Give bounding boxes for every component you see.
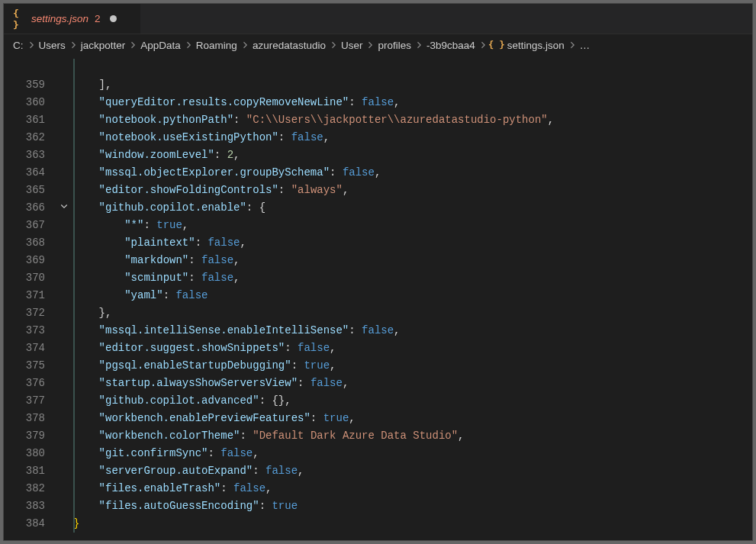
- code-line[interactable]: "scminput": false,: [73, 269, 752, 287]
- chevron-right-icon: [568, 40, 577, 50]
- line-number: 371: [4, 287, 50, 304]
- line-number: 380: [4, 445, 50, 462]
- code-line[interactable]: "files.enableTrash": false,: [73, 480, 752, 497]
- code-line[interactable]: "github.copilot.enable": {: [73, 199, 752, 217]
- code-line[interactable]: "workbench.enablePreviewFeatures": true,: [73, 410, 752, 427]
- line-number: 359: [4, 76, 50, 94]
- line-number: 365: [4, 182, 50, 199]
- line-number: 384: [4, 515, 50, 533]
- line-number: 370: [4, 269, 50, 287]
- code-line[interactable]: "pgsql.enableStartupDebugging": true,: [73, 357, 752, 375]
- chevron-right-icon: [69, 40, 78, 50]
- line-number: 378: [4, 410, 50, 427]
- code-editor[interactable]: 3593603613623633643653663673683693703713…: [4, 56, 752, 540]
- chevron-right-icon: [27, 40, 36, 50]
- dirty-indicator-icon: [110, 15, 117, 22]
- line-number: 382: [4, 480, 50, 497]
- line-number: 363: [4, 146, 50, 164]
- code-line[interactable]: "plaintext": false,: [73, 234, 752, 252]
- line-number: 361: [4, 111, 50, 129]
- code-line[interactable]: "markdown": false,: [73, 252, 752, 269]
- chevron-right-icon: [365, 40, 375, 50]
- line-number: 373: [4, 322, 50, 340]
- chevron-right-icon: [478, 40, 487, 50]
- code-content[interactable]: ], "queryEditor.results.copyRemoveNewLin…: [72, 59, 752, 540]
- chevron-right-icon: [240, 40, 249, 50]
- line-number: [4, 59, 50, 76]
- breadcrumb-segment[interactable]: Users: [39, 40, 66, 51]
- line-number: 368: [4, 234, 50, 252]
- chevron-right-icon: [184, 40, 193, 50]
- line-number: 372: [4, 304, 50, 322]
- line-number: 381: [4, 462, 50, 480]
- fold-chevron-down-icon[interactable]: [60, 199, 69, 217]
- breadcrumb-segment[interactable]: jackpotter: [81, 40, 126, 51]
- breadcrumb: C:UsersjackpotterAppDataRoamingazuredata…: [4, 34, 752, 56]
- breadcrumb-segment[interactable]: azuredatastudio: [253, 40, 326, 51]
- breadcrumb-segment[interactable]: C:: [13, 40, 24, 51]
- line-number: 367: [4, 217, 50, 234]
- breadcrumb-file[interactable]: settings.json: [507, 40, 565, 51]
- code-line[interactable]: "*": true,: [73, 217, 752, 234]
- json-file-icon: { }: [13, 13, 25, 25]
- line-number: 362: [4, 129, 50, 146]
- code-line[interactable]: "notebook.useExistingPython": false,: [73, 129, 752, 146]
- breadcrumb-ellipsis[interactable]: …: [580, 40, 590, 51]
- code-line[interactable]: "editor.showFoldingControls": "always",: [73, 182, 752, 199]
- code-line[interactable]: "window.zoomLevel": 2,: [73, 146, 752, 164]
- line-number: 379: [4, 427, 50, 445]
- code-line[interactable]: ],: [73, 76, 752, 94]
- code-line[interactable]: "serverGroup.autoExpand": false,: [73, 462, 752, 480]
- line-number: 360: [4, 94, 50, 111]
- code-line[interactable]: "workbench.colorTheme": "Default Dark Az…: [73, 427, 752, 445]
- line-number: 376: [4, 375, 50, 392]
- editor-window: { } settings.json 2 C:UsersjackpotterApp…: [3, 3, 753, 541]
- line-number: 377: [4, 392, 50, 410]
- code-line[interactable]: "mssql.intelliSense.enableIntelliSense":…: [73, 322, 752, 340]
- code-line[interactable]: "startup.alwaysShowServersView": false,: [73, 375, 752, 392]
- tab-label: settings.json: [31, 13, 88, 24]
- fold-gutter: [56, 59, 72, 540]
- tab-bar: { } settings.json 2: [4, 4, 752, 34]
- breadcrumb-segment[interactable]: User: [341, 40, 363, 51]
- tab-problems-badge: 2: [95, 13, 101, 24]
- chevron-right-icon: [128, 40, 137, 50]
- code-line[interactable]: "editor.suggest.showSnippets": false,: [73, 340, 752, 357]
- line-number: 375: [4, 357, 50, 375]
- chevron-right-icon: [414, 40, 423, 50]
- line-number: 383: [4, 497, 50, 515]
- code-line[interactable]: },: [73, 304, 752, 322]
- code-line[interactable]: "yaml": false: [73, 287, 752, 304]
- line-number-gutter: 3593603613623633643653663673683693703713…: [4, 59, 56, 540]
- line-number: 369: [4, 252, 50, 269]
- code-line[interactable]: "github.copilot.advanced": {},: [73, 392, 752, 410]
- code-line[interactable]: "queryEditor.results.copyRemoveNewLine":…: [73, 94, 752, 111]
- code-line[interactable]: "mssql.objectExplorer.groupBySchema": fa…: [73, 164, 752, 182]
- code-line[interactable]: "notebook.pythonPath": "C:\\Users\\jackp…: [73, 111, 752, 129]
- line-number: 366: [4, 199, 50, 217]
- breadcrumb-segment[interactable]: AppData: [140, 40, 181, 51]
- breadcrumb-segment[interactable]: -3b9cbaa4: [426, 40, 475, 51]
- code-line[interactable]: }: [73, 515, 752, 533]
- line-number: 374: [4, 340, 50, 357]
- code-line[interactable]: "git.confirmSync": false,: [73, 445, 752, 462]
- tab-settings-json[interactable]: { } settings.json 2: [4, 4, 141, 34]
- chevron-right-icon: [329, 40, 338, 50]
- breadcrumb-segment[interactable]: profiles: [378, 40, 411, 51]
- code-line[interactable]: "files.autoGuessEncoding": true: [73, 497, 752, 515]
- json-file-icon: { }: [491, 39, 503, 51]
- line-number: 364: [4, 164, 50, 182]
- breadcrumb-segment[interactable]: Roaming: [196, 40, 237, 51]
- code-line[interactable]: [73, 59, 752, 76]
